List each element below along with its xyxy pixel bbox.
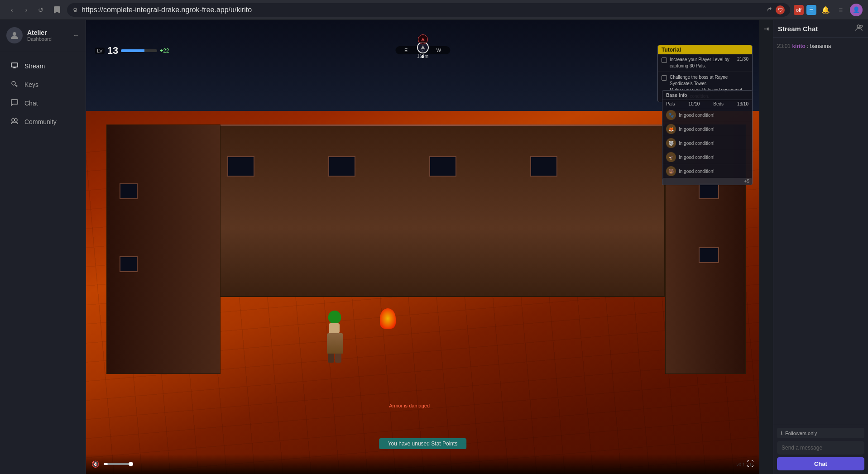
sidebar-subtitle: Dashboard: [27, 36, 68, 42]
base-info-pals-row: Pals 10/10 Beds 13/10: [662, 100, 752, 108]
sidebar-item-chat[interactable]: Chat: [3, 94, 83, 112]
fire-glow: [380, 308, 396, 329]
pal-item-5: 🐻 In good condition!: [662, 164, 752, 178]
sidebar-title-group: Atelier Dashboard: [27, 29, 68, 42]
chat-icon: [10, 99, 19, 108]
pal-status-1: In good condition!: [679, 113, 715, 118]
hud-level: LV 13 +22: [95, 45, 169, 57]
window-right-2: [699, 247, 719, 263]
browser-right-icons: off ☰ 🔔 ≡ 👤: [794, 4, 863, 16]
pal-item-2: 🦊 In good condition!: [662, 122, 752, 136]
back-button[interactable]: ‹: [5, 4, 18, 16]
chat-username-1: kirito: [792, 43, 805, 49]
char-legs: [328, 354, 353, 363]
volume-fill: [104, 463, 108, 465]
tutorial-checkbox-2: [662, 75, 667, 81]
char-hair: [328, 311, 341, 323]
forward-button[interactable]: ›: [20, 4, 33, 16]
pal-status-3: In good condition!: [679, 141, 715, 146]
right-spacer: ⇥: [759, 20, 773, 474]
pal-status-5: In good condition!: [679, 169, 715, 174]
player-dist-label: 114m: [417, 54, 428, 59]
ext-icon-off[interactable]: off: [794, 5, 804, 15]
address-bar-url: https://complete-integral-drake.ngrok-fr…: [82, 6, 252, 14]
xp-bar: [121, 49, 157, 52]
enemy-marker: [418, 34, 428, 44]
pal-item-4: 🦅 In good condition!: [662, 150, 752, 164]
sidebar-item-keys[interactable]: Keys: [3, 76, 83, 94]
chat-text-1: : bananna: [807, 43, 831, 49]
svg-point-6: [14, 119, 17, 121]
wall-top-edge: [207, 124, 665, 126]
sidebar-item-label-community: Community: [24, 118, 57, 125]
tutorial-text-1: Increase your Player Level bycapturing 3…: [670, 57, 729, 69]
game-character: [321, 311, 353, 360]
level-number: 13: [107, 45, 118, 57]
chat-panel-header-bar: Stream Chat: [773, 20, 868, 38]
svg-point-2: [13, 32, 16, 36]
tutorial-header: Tutorial: [658, 45, 752, 54]
enemy-icon-hud: [418, 34, 428, 44]
window-left-2: [120, 256, 138, 272]
bookmark-button[interactable]: [51, 4, 63, 16]
shield-icon: 🛡: [776, 5, 785, 14]
stream-icon: [10, 62, 19, 71]
sidebar-item-community[interactable]: Community: [3, 113, 83, 131]
address-bar[interactable]: https://complete-integral-drake.ngrok-fr…: [67, 3, 790, 17]
sidebar-item-label-chat: Chat: [24, 100, 38, 107]
app-body: Atelier Dashboard ← Stream Keys: [0, 20, 868, 474]
chat-users-button[interactable]: [855, 24, 863, 34]
ext-icon-grid[interactable]: ☰: [806, 5, 816, 15]
sidebar-collapse-button[interactable]: ←: [73, 32, 79, 39]
chat-panel-title: Stream Chat: [778, 25, 818, 33]
game-wall-left: [106, 124, 221, 374]
tutorial-counter-1: 21/30: [737, 57, 748, 62]
base-pals-label: Pals: [666, 101, 675, 106]
tutorial-checkbox-1: [662, 57, 667, 63]
volume-button[interactable]: 🔇: [91, 460, 99, 468]
base-info-panel: Base Info Pals 10/10 Beds 13/10 🐾 In goo…: [662, 90, 753, 185]
sidebar-item-stream[interactable]: Stream: [3, 57, 83, 75]
followers-only-bar: ℹ Followers only: [777, 428, 864, 438]
browser-user-avatar[interactable]: 👤: [850, 4, 863, 16]
refresh-button[interactable]: ↺: [34, 4, 47, 16]
svg-rect-1: [74, 10, 77, 12]
window-2: [328, 156, 355, 177]
sidebar-nav: Stream Keys Chat Community: [0, 51, 86, 474]
chat-message-1: 23:01 kirito : bananna: [777, 42, 864, 50]
browser-menu-button[interactable]: ≡: [834, 4, 847, 16]
volume-slider[interactable]: [104, 463, 131, 465]
sidebar-item-label-stream: Stream: [24, 62, 45, 70]
hud-stat-points-msg: You have unused Stat Points: [379, 438, 467, 449]
pal-status-2: In good condition!: [679, 127, 715, 132]
base-info-header: Base Info: [662, 91, 752, 100]
pal-item-1: 🐾 In good condition!: [662, 108, 752, 122]
pal-avatar-3: 🐺: [666, 138, 676, 148]
browser-chrome: ‹ › ↺ https://complete-integral-drake.ng…: [0, 0, 868, 20]
svg-point-5: [12, 119, 14, 121]
chat-input-field[interactable]: Send a message: [777, 441, 864, 455]
svg-point-4: [12, 81, 15, 85]
sidebar: Atelier Dashboard ← Stream Keys: [0, 20, 86, 474]
chat-send-button[interactable]: Chat: [777, 457, 864, 470]
pal-avatar-5: 🐻: [666, 166, 676, 176]
char-body: [327, 333, 343, 354]
community-icon: [10, 117, 19, 126]
tutorial-item-1: Increase your Player Level bycapturing 3…: [658, 54, 752, 72]
bell-button[interactable]: 🔔: [819, 4, 832, 16]
video-container[interactable]: E S W 114m: [86, 20, 759, 474]
expand-right-button[interactable]: ⇥: [763, 24, 769, 33]
share-icon[interactable]: [766, 7, 772, 13]
keys-icon: [10, 80, 19, 89]
sidebar-avatar: [6, 27, 23, 43]
game-fire: [375, 308, 400, 333]
svg-marker-7: [421, 45, 425, 50]
window-right-1: [699, 183, 719, 199]
svg-marker-8: [421, 38, 425, 41]
volume-knob: [129, 462, 133, 466]
fullscreen-button[interactable]: ⛶: [747, 460, 754, 468]
pal-avatar-4: 🦅: [666, 152, 676, 162]
pal-status-4: In good condition!: [679, 155, 715, 160]
window-left-1: [120, 183, 138, 199]
hud-armor-message: Armor is damaged: [389, 403, 430, 408]
